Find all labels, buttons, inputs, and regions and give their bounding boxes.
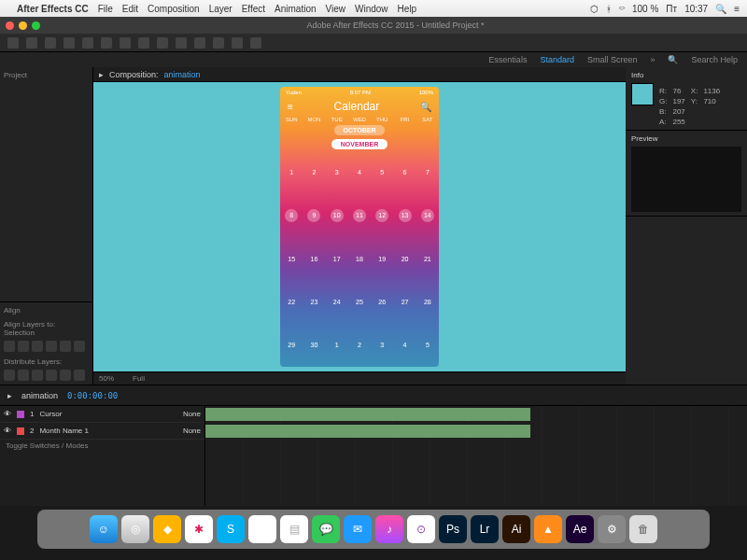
layer-name[interactable]: Cursor (39, 410, 62, 418)
camera-tool-icon[interactable] (82, 37, 93, 49)
dist-2-icon[interactable] (18, 370, 29, 381)
dropbox-icon[interactable]: ⬡ (590, 4, 599, 14)
dock-slack-icon[interactable]: ✱ (185, 515, 213, 543)
eye-icon[interactable]: 👁 (4, 410, 11, 418)
rotate-tool-icon[interactable] (63, 37, 75, 49)
timeline-comp[interactable]: animation (21, 391, 58, 400)
dock-skype-icon[interactable]: S (217, 515, 245, 543)
align-hcenter-icon[interactable] (18, 341, 29, 352)
dock-finder-icon[interactable]: ☺ (90, 515, 118, 543)
menu-layer[interactable]: Layer (209, 4, 233, 14)
resolution[interactable]: Full (133, 374, 145, 383)
roto-tool-icon[interactable] (232, 37, 243, 49)
project-panel[interactable]: Project (0, 67, 92, 302)
info-g: 197 (672, 97, 684, 105)
menu-file[interactable]: File (98, 4, 113, 14)
bluetooth-icon[interactable]: ᚼ (606, 4, 612, 14)
align-bottom-icon[interactable] (74, 341, 85, 352)
dock-settings-icon[interactable]: ⚙ (598, 515, 626, 543)
align-left-icon[interactable] (4, 341, 15, 352)
layer-mode[interactable]: None (183, 410, 201, 418)
puppet-tool-icon[interactable] (250, 37, 261, 49)
preview-tab[interactable]: Preview (631, 134, 741, 143)
close-icon[interactable] (6, 21, 14, 30)
toggle-switches[interactable]: Toggle Switches / Modes (0, 440, 204, 452)
search-icon[interactable]: 🔍 (668, 55, 678, 64)
wifi-icon[interactable]: ⌔ (619, 4, 625, 14)
composition-viewer[interactable]: Yuden 8:07 PM 100% ≡ Calendar 🔍 SUN MON … (93, 82, 626, 371)
layer-bar[interactable] (205, 408, 530, 421)
info-tab[interactable]: Info (631, 71, 741, 79)
zoom-tool-icon[interactable] (45, 37, 56, 49)
menu-edit[interactable]: Edit (122, 4, 138, 14)
dock-app-icon[interactable]: ⊙ (407, 515, 435, 543)
timeline-track-area[interactable] (205, 406, 747, 506)
menu-icon[interactable]: ≡ (734, 4, 740, 14)
align-top-icon[interactable] (46, 341, 57, 352)
shape-tool-icon[interactable] (120, 37, 131, 49)
current-time[interactable]: 0:00:00:00 (67, 391, 118, 400)
dock-sketch-icon[interactable]: ◆ (153, 515, 181, 543)
dist-1-icon[interactable] (4, 370, 15, 381)
menu-composition[interactable]: Composition (148, 4, 200, 14)
battery-label[interactable]: 100 % (632, 4, 658, 14)
app-name[interactable]: After Effects CC (17, 4, 89, 14)
eye-icon[interactable]: 👁 (4, 427, 11, 435)
eraser-tool-icon[interactable] (213, 37, 224, 49)
lang-label[interactable]: Пт (666, 4, 677, 14)
type-tool-icon[interactable] (157, 37, 168, 49)
ws-standard[interactable]: Standard (540, 55, 574, 64)
layer-color-icon[interactable] (17, 427, 24, 435)
dock-lightroom-icon[interactable]: Lr (471, 515, 499, 543)
layer-row[interactable]: 👁 1 Cursor None (0, 406, 204, 423)
dock-notes-icon[interactable]: ▤ (280, 515, 308, 543)
dock-calendar-icon[interactable]: 1 (248, 515, 276, 543)
hand-tool-icon[interactable] (26, 37, 37, 49)
dist-5-icon[interactable] (60, 370, 71, 381)
dock-safari-icon[interactable]: ◎ (121, 515, 149, 543)
layer-bar[interactable] (205, 425, 530, 438)
dock-messages-icon[interactable]: 💬 (312, 515, 340, 543)
layer-mode[interactable]: None (183, 427, 201, 435)
layer-color-icon[interactable] (17, 411, 24, 418)
pan-behind-tool-icon[interactable] (101, 37, 112, 49)
brush-tool-icon[interactable] (176, 37, 187, 49)
spotlight-icon[interactable]: 🔍 (715, 4, 726, 14)
zoom-value[interactable]: 50% (99, 374, 114, 383)
clock-label[interactable]: 10:37 (684, 4, 708, 14)
menu-window[interactable]: Window (355, 4, 388, 14)
dock-itunes-icon[interactable]: ♪ (375, 515, 403, 543)
timeline-panel: ▸ animation 0:00:00:00 👁 1 Cursor None 👁… (0, 385, 747, 506)
menu-help[interactable]: Help (398, 4, 417, 14)
align-right-icon[interactable] (32, 341, 43, 352)
menu-animation[interactable]: Animation (275, 4, 316, 14)
dist-3-icon[interactable] (32, 370, 43, 381)
dock-photoshop-icon[interactable]: Ps (439, 515, 467, 543)
project-tab[interactable]: Project (4, 71, 27, 79)
dock-vlc-icon[interactable]: ▲ (534, 515, 562, 543)
menu-view[interactable]: View (326, 4, 346, 14)
menu-effect[interactable]: Effect (242, 4, 265, 14)
dock-mail-icon[interactable]: ✉ (344, 515, 372, 543)
dock-illustrator-icon[interactable]: Ai (502, 515, 530, 543)
layer-name[interactable]: Month Name 1 (39, 427, 88, 435)
ws-small[interactable]: Small Screen (587, 55, 638, 64)
timeline-chevron-icon[interactable]: ▸ (7, 391, 12, 400)
align-mode[interactable]: Selection (4, 329, 89, 337)
dock-aftereffects-icon[interactable]: Ae (566, 515, 594, 543)
clone-tool-icon[interactable] (194, 37, 205, 49)
layer-row[interactable]: 👁 2 Month Name 1 None (0, 423, 204, 440)
search-help[interactable]: Search Help (691, 55, 738, 64)
comp-name[interactable]: animation (164, 70, 201, 79)
ws-chevron-icon[interactable]: » (650, 55, 655, 64)
dock-trash-icon[interactable]: 🗑 (629, 515, 657, 543)
align-vcenter-icon[interactable] (60, 341, 71, 352)
minimize-icon[interactable] (19, 21, 27, 30)
ws-essentials[interactable]: Essentials (488, 55, 527, 64)
dist-6-icon[interactable] (74, 370, 85, 381)
pen-tool-icon[interactable] (138, 37, 149, 49)
zoom-icon[interactable] (32, 21, 40, 30)
align-tab[interactable]: Align (4, 306, 89, 315)
dist-4-icon[interactable] (46, 370, 57, 381)
selection-tool-icon[interactable] (7, 37, 19, 49)
